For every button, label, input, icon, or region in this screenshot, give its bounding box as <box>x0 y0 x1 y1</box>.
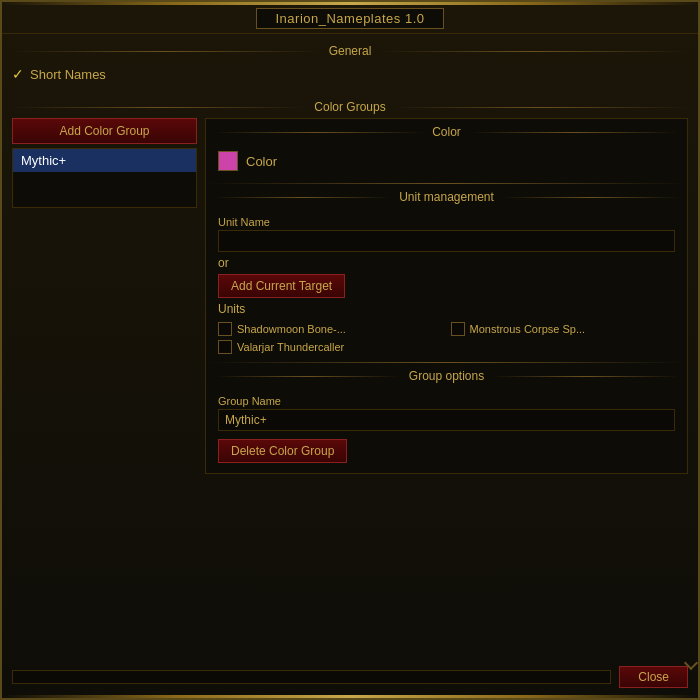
units-grid: Shadowmoon Bone-... Monstrous Corpse Sp.… <box>218 322 675 354</box>
progress-bar <box>12 670 611 684</box>
color-label: Color <box>246 154 277 169</box>
unit-checkbox-0[interactable] <box>218 322 232 336</box>
short-names-label: Short Names <box>30 67 106 82</box>
general-section-label: General <box>12 44 688 58</box>
units-section: Units Shadowmoon Bone-... Monstrous Corp… <box>206 298 687 358</box>
color-groups-section: Add Color Group Mythic+ Color Color Unit… <box>2 118 698 474</box>
window-title: Inarion_Nameplates 1.0 <box>256 8 443 29</box>
short-names-row: ✓ Short Names <box>12 62 688 86</box>
right-panel: Color Color Unit management Unit Name or… <box>205 118 688 474</box>
unit-item-0: Shadowmoon Bone-... <box>218 322 443 336</box>
units-label: Units <box>218 302 675 316</box>
group-name-label: Group Name <box>206 391 687 409</box>
bottom-bar: Close <box>12 666 688 688</box>
unit-name-label: Unit Name <box>206 212 687 230</box>
unit-item-2: Valarjar Thundercaller <box>218 340 443 354</box>
unit-management-label: Unit management <box>206 190 687 204</box>
left-panel: Add Color Group Mythic+ <box>12 118 197 474</box>
delete-color-group-button[interactable]: Delete Color Group <box>218 439 347 463</box>
or-text: or <box>206 252 687 274</box>
divider-2 <box>206 362 687 363</box>
unit-checkbox-1[interactable] <box>451 322 465 336</box>
unit-checkbox-2[interactable] <box>218 340 232 354</box>
close-button[interactable]: Close <box>619 666 688 688</box>
color-groups-section-label: Color Groups <box>2 100 698 114</box>
group-list: Mythic+ <box>12 148 197 208</box>
unit-item-1: Monstrous Corpse Sp... <box>451 322 676 336</box>
unit-name-input[interactable] <box>218 230 675 252</box>
bottom-decorative-line <box>2 695 698 698</box>
unit-name-0: Shadowmoon Bone-... <box>237 323 346 335</box>
group-item-mythic[interactable]: Mythic+ <box>13 149 196 172</box>
title-bar: Inarion_Nameplates 1.0 <box>2 2 698 34</box>
add-current-target-button[interactable]: Add Current Target <box>218 274 345 298</box>
divider-1 <box>206 183 687 184</box>
color-swatch[interactable] <box>218 151 238 171</box>
add-color-group-button[interactable]: Add Color Group <box>12 118 197 144</box>
group-name-input[interactable] <box>218 409 675 431</box>
color-row: Color <box>206 147 687 179</box>
unit-name-1: Monstrous Corpse Sp... <box>470 323 586 335</box>
main-window: Inarion_Nameplates 1.0 General ✓ Short N… <box>0 0 700 700</box>
delete-btn-container: Delete Color Group <box>206 439 687 463</box>
unit-name-2: Valarjar Thundercaller <box>237 341 344 353</box>
color-section-label: Color <box>206 125 687 139</box>
group-options-label: Group options <box>206 369 687 383</box>
general-section: General ✓ Short Names <box>2 34 698 94</box>
short-names-checkmark: ✓ <box>12 66 24 82</box>
top-decorative-line <box>2 2 698 5</box>
